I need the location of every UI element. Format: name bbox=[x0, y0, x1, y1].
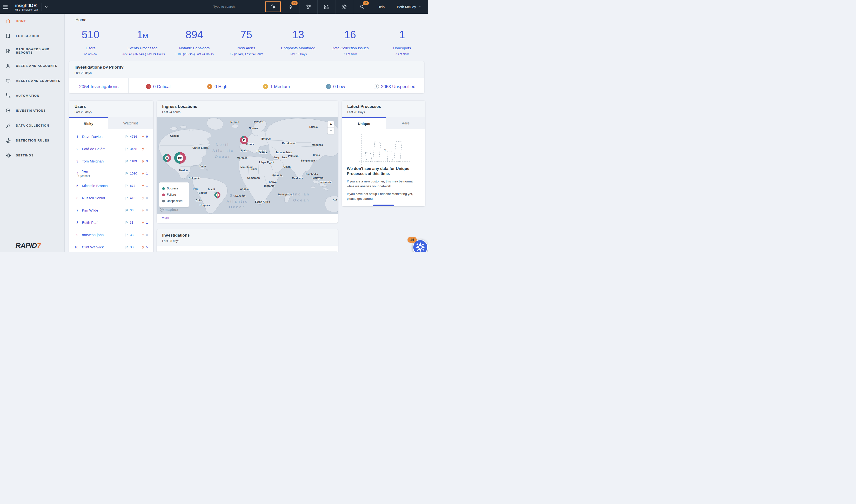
tab-risky[interactable]: Risky bbox=[69, 117, 108, 129]
home-icon bbox=[5, 18, 11, 24]
setup-button[interactable]: Setup bbox=[373, 204, 394, 206]
map-zoom-in-button[interactable]: + bbox=[327, 121, 334, 128]
sidebar-item-users-and-accounts[interactable]: USERS AND ACCOUNTS bbox=[0, 58, 65, 73]
user-name-link[interactable]: Tom Meighan bbox=[82, 159, 104, 163]
chat-widget-button[interactable]: 14 bbox=[413, 239, 428, 252]
alerts-button[interactable]: 75 bbox=[282, 0, 299, 14]
priority-high-link[interactable]: 0 High bbox=[188, 78, 247, 93]
search-input[interactable] bbox=[213, 4, 260, 10]
tab-unique[interactable]: Unique bbox=[342, 117, 386, 129]
stat-users[interactable]: 510 Users As of Now bbox=[65, 28, 116, 56]
alert-count: 0 bbox=[141, 196, 150, 200]
settings-button[interactable] bbox=[335, 0, 353, 14]
sidebar-item-assets-and-endpoints[interactable]: ASSETS AND ENDPOINTS bbox=[0, 73, 65, 88]
ingress-marker[interactable]: 104 bbox=[175, 153, 185, 162]
sidebar-item-label: DETECTION RULES bbox=[16, 139, 49, 142]
stat-honeypots[interactable]: 1 Honeypots As of Now bbox=[376, 28, 428, 56]
investigations-total-link[interactable]: 2054 Investigations bbox=[69, 78, 129, 93]
tab-rare[interactable]: Rare bbox=[386, 117, 425, 129]
add-content-button[interactable] bbox=[318, 0, 335, 14]
investigations-icon bbox=[5, 108, 11, 114]
search-jobs-button[interactable]: 16 bbox=[353, 0, 371, 14]
user-row[interactable]: 4 Yen Gymnast 1080 1 bbox=[73, 167, 150, 180]
user-name-link[interactable]: Clint Warwick bbox=[82, 245, 104, 249]
sidebar-item-label: USERS AND ACCOUNTS bbox=[16, 64, 57, 68]
tab-watchlist[interactable]: Watchlist bbox=[108, 117, 153, 129]
datacollection-icon bbox=[5, 123, 11, 128]
user-row[interactable]: 10 Clint Warwick 33 5 bbox=[73, 241, 150, 252]
help-link[interactable]: Help bbox=[371, 0, 391, 14]
map-country-label: Cuba bbox=[200, 165, 206, 167]
stat-notable-behaviors[interactable]: 894 Notable Behaviors ↑ 183 (25.74%) Las… bbox=[169, 28, 220, 56]
priority-critical-link[interactable]: 0 Critical bbox=[129, 78, 188, 93]
stat-endpoints-monitored[interactable]: 13 Endpoints Monitored Last 15 Days bbox=[272, 28, 324, 56]
app-logo[interactable]: insightIDR US1 | Simulation Lab bbox=[15, 3, 38, 11]
sidebar-item-log-search[interactable]: LOG SEARCH bbox=[0, 29, 65, 43]
user-name-link[interactable]: Michelle Branch bbox=[82, 184, 108, 188]
user-name-link[interactable]: Kim Wilde bbox=[82, 208, 98, 212]
priority-low-link[interactable]: 0 Low bbox=[306, 78, 365, 93]
detection-icon bbox=[5, 138, 11, 143]
user-row[interactable]: 3 Tom Meighan 1189 3 bbox=[73, 155, 150, 167]
connectivity-button[interactable] bbox=[299, 0, 318, 14]
stat-new-alerts[interactable]: 75 New Alerts ↑ 2 (2.74%) Last 24 Hours bbox=[220, 28, 272, 56]
investigations-card-title: Investigations bbox=[162, 233, 332, 238]
user-row[interactable]: 8 Edith Piaf 33 1 bbox=[73, 216, 150, 229]
map-country-label: Uruguay bbox=[200, 204, 210, 206]
sidebar-item-investigations[interactable]: INVESTIGATIONS bbox=[0, 103, 65, 118]
stat-subtext: ↑ 183 (25.74%) Last 24 Hours bbox=[169, 52, 220, 56]
assets-icon bbox=[5, 78, 11, 84]
lightning-icon bbox=[141, 196, 145, 200]
priority-label: 2053 Unspecified bbox=[381, 84, 415, 89]
sidebar-item-settings[interactable]: SETTINGS bbox=[0, 148, 65, 163]
lightning-icon bbox=[141, 221, 145, 224]
sidebar-item-detection-rules[interactable]: DETECTION RULES bbox=[0, 133, 65, 148]
sidebar-item-home[interactable]: HOME bbox=[0, 14, 65, 29]
user-name-link[interactable]: Edith Piaf bbox=[82, 220, 97, 224]
user-rank: 8 bbox=[73, 221, 78, 224]
user-name-link[interactable]: Fafá de Belém bbox=[82, 147, 105, 151]
priority-unspecified-link[interactable]: ?2053 Unspecified bbox=[365, 78, 424, 93]
mapbox-logo: m mapbox bbox=[160, 208, 178, 212]
map-country-label: Cameroon bbox=[247, 176, 260, 179]
user-name-link[interactable]: Russell Senior bbox=[82, 196, 105, 200]
user-row[interactable]: 1 Dave Davies 4716 9 bbox=[73, 130, 150, 143]
stat-value: 75 bbox=[220, 28, 272, 43]
stat-label: Events Processed bbox=[116, 46, 168, 50]
user-row[interactable]: 6 Russell Senior 416 0 bbox=[73, 192, 150, 204]
user-row[interactable]: 7 Kim Wilde 33 0 bbox=[73, 204, 150, 216]
user-name-link[interactable]: Yen bbox=[82, 169, 88, 173]
user-menu[interactable]: Beth McCoy bbox=[391, 0, 428, 14]
map-zoom-out-button[interactable]: − bbox=[327, 128, 334, 134]
user-subtitle: Gymnast bbox=[78, 174, 90, 178]
ingress-card-footer: More› bbox=[157, 214, 338, 221]
user-row[interactable]: 5 Michelle Branch 678 1 bbox=[73, 180, 150, 192]
user-row[interactable]: 2 Fafá de Belém 3468 1 bbox=[73, 143, 150, 155]
sidebar-item-dashboards-and-reports[interactable]: DASHBOARDS AND REPORTS bbox=[0, 43, 65, 58]
ingress-marker[interactable]: 8 bbox=[215, 193, 220, 197]
flag-icon bbox=[125, 221, 129, 224]
flag-count: 416 bbox=[125, 196, 140, 200]
priority-medium-link[interactable]: 1 Medium bbox=[247, 78, 306, 93]
sidebar-item-automation[interactable]: AUTOMATION bbox=[0, 88, 65, 103]
more-link[interactable]: More› bbox=[162, 216, 172, 219]
stat-value: 1M bbox=[116, 28, 168, 43]
ingress-marker[interactable]: 36 bbox=[164, 155, 170, 161]
hamburger-menu-icon[interactable] bbox=[0, 0, 11, 14]
map-country-label: Angola bbox=[240, 187, 249, 191]
stat-data-collection-issues[interactable]: 16 Data Collection Issues As of Now bbox=[324, 28, 376, 56]
stat-label: Data Collection Issues bbox=[324, 46, 376, 50]
alert-count: 5 bbox=[141, 245, 150, 249]
map-country-label: Iraq bbox=[274, 156, 279, 159]
product-switcher-chevron-icon[interactable] bbox=[44, 5, 48, 10]
map-ocean-label: North bbox=[216, 143, 230, 147]
users-card-header: Users Last 28 days bbox=[69, 101, 153, 117]
user-name-link[interactable]: onewton-john bbox=[82, 233, 104, 237]
user-name-link[interactable]: Dave Davies bbox=[82, 134, 102, 139]
guided-tour-button[interactable] bbox=[264, 0, 282, 14]
sidebar-item-data-collection[interactable]: DATA COLLECTION bbox=[0, 118, 65, 133]
flag-icon bbox=[125, 135, 129, 139]
stat-events-processed[interactable]: 1M Events Processed ↓ -650.4K (-37.54%) … bbox=[116, 28, 168, 56]
ingress-map[interactable]: NorthAtlanticOceanSouthAtlanticOceanIndi… bbox=[157, 117, 338, 214]
user-row[interactable]: 9 onewton-john 33 0 bbox=[73, 229, 150, 241]
